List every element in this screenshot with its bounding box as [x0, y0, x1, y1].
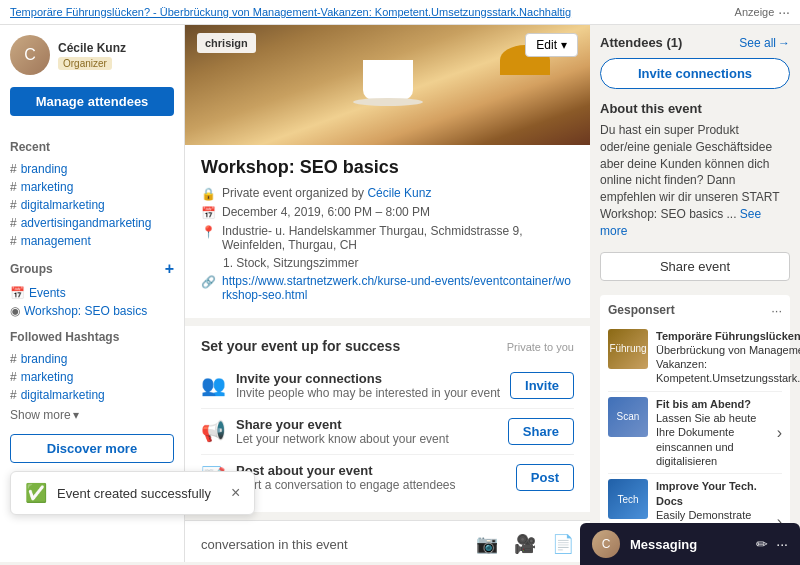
- event-url-link[interactable]: https://www.startnetzwerk.ch/kurse-und-e…: [222, 274, 574, 302]
- sponsored-item-1[interactable]: Scan Fit bis am Abend? Lassen Sie ab heu…: [608, 392, 782, 474]
- invite-button[interactable]: Invite: [510, 372, 574, 399]
- sponsored-text-1: Fit bis am Abend? Lassen Sie ab heute Ih…: [656, 397, 769, 468]
- share-title: Share your event: [236, 417, 449, 432]
- groups-title-label: Groups: [10, 262, 53, 276]
- sidebar-item-marketing[interactable]: #marketing: [10, 178, 174, 196]
- lock-icon: 🔒: [201, 187, 216, 201]
- toast-close-button[interactable]: ×: [231, 484, 240, 502]
- sponsored-section: Gesponsert ··· Führung Temporäre Führung…: [600, 295, 790, 562]
- workshop-icon: ◉: [10, 304, 20, 318]
- manage-attendees-button[interactable]: Manage attendees: [10, 87, 174, 116]
- recent-title: Recent: [10, 140, 174, 154]
- event-title: Workshop: SEO basics: [201, 157, 574, 178]
- post-button[interactable]: Post: [516, 464, 574, 491]
- share-icon: 📢: [201, 419, 226, 443]
- event-organizer: 🔒 Private event organized by Cécile Kunz: [201, 186, 574, 201]
- attendees-title: Attendees (1): [600, 35, 682, 50]
- brand-logo: chrisign: [197, 33, 256, 53]
- date-text: December 4, 2019, 6:00 PM – 8:00 PM: [222, 205, 430, 219]
- share-button[interactable]: Share: [508, 418, 574, 445]
- edit-button[interactable]: Edit ▾: [525, 33, 578, 57]
- sponsored-more-icon[interactable]: ···: [771, 303, 782, 318]
- organizer-name-link[interactable]: Cécile Kunz: [367, 186, 431, 200]
- event-card: chrisign Edit ▾ Workshop: SEO basics 🔒 P…: [185, 25, 590, 318]
- floor-text: 1. Stock, Sitzungszimmer: [223, 256, 358, 270]
- invite-desc: Invite people who may be interested in y…: [236, 386, 500, 400]
- sponsored-item-0[interactable]: Führung Temporäre Führungslücken? Überbr…: [608, 324, 782, 392]
- calendar-icon: 📅: [201, 206, 216, 220]
- success-subtitle: Private to you: [507, 341, 574, 353]
- post-title: Post about your event: [236, 463, 456, 478]
- cup-decoration: [363, 60, 413, 100]
- invite-connections-button[interactable]: Invite connections: [600, 58, 790, 89]
- about-text: Du hast ein super Produkt oder/eine geni…: [600, 122, 790, 240]
- about-title: About this event: [600, 101, 790, 116]
- photo-icon[interactable]: 📷: [476, 533, 498, 555]
- sidebar-item-digitalmarketing[interactable]: #digitalmarketing: [10, 196, 174, 214]
- toast-text: Event created successfully: [57, 486, 211, 501]
- event-details: Workshop: SEO basics 🔒 Private event org…: [185, 145, 590, 318]
- messaging-more-icon[interactable]: ···: [776, 536, 788, 552]
- ad-label: Anzeige: [735, 6, 775, 18]
- see-all-button[interactable]: See all →: [739, 36, 790, 50]
- post-desc: Start a conversation to engage attendees: [236, 478, 456, 492]
- link-icon: 🔗: [201, 275, 216, 289]
- sponsored-img-2: Tech: [608, 479, 648, 519]
- event-location: 📍 Industrie- u. Handelskammer Thurgau, S…: [201, 224, 574, 252]
- organizer-prefix: Private event organized by: [222, 186, 364, 200]
- sidebar-item-advertising[interactable]: #advertisingandmarketing: [10, 214, 174, 232]
- ad-banner: Temporäre Führungslücken? - Überbrückung…: [0, 0, 800, 25]
- avatar: C: [10, 35, 50, 75]
- ad-more-icon[interactable]: ···: [778, 4, 790, 20]
- show-more-label: Show more: [10, 408, 71, 422]
- sidebar-workshop-item[interactable]: ◉ Workshop: SEO basics: [10, 302, 174, 320]
- event-image: chrisign Edit ▾: [185, 25, 590, 145]
- event-url: 🔗 https://www.startnetzwerk.ch/kurse-und…: [201, 274, 574, 302]
- document-icon[interactable]: 📄: [552, 533, 574, 555]
- groups-section: Groups +: [10, 260, 174, 278]
- followed-marketing[interactable]: #marketing: [10, 368, 174, 386]
- followed-branding[interactable]: #branding: [10, 350, 174, 368]
- profile-name: Cécile Kunz: [58, 41, 174, 55]
- right-sidebar: Attendees (1) See all → Invite connectio…: [590, 25, 800, 562]
- video-icon[interactable]: 🎥: [514, 533, 536, 555]
- sidebar-item-branding[interactable]: #branding: [10, 160, 174, 178]
- success-title: Set your event up for success: [201, 338, 400, 354]
- conversation-bar: conversation in this event 📷 🎥 📄: [185, 520, 590, 562]
- location-icon: 📍: [201, 225, 216, 239]
- followed-hashtags-title: Followed Hashtags: [10, 330, 174, 344]
- toast-success-icon: ✅: [25, 482, 47, 504]
- messaging-bar[interactable]: C Messaging ✏ ···: [580, 523, 800, 565]
- events-label: Events: [29, 286, 66, 300]
- discover-more-button[interactable]: Discover more: [10, 434, 174, 463]
- sidebar-events-item[interactable]: 📅 Events: [10, 284, 174, 302]
- sidebar-item-management[interactable]: #management: [10, 232, 174, 250]
- sponsored-header: Gesponsert ···: [608, 303, 782, 318]
- messaging-label: Messaging: [630, 537, 746, 552]
- about-section: About this event Du hast ein super Produ…: [600, 101, 790, 240]
- attendees-header: Attendees (1) See all →: [600, 35, 790, 50]
- event-date: 📅 December 4, 2019, 6:00 PM – 8:00 PM: [201, 205, 574, 220]
- edit-label: Edit: [536, 38, 557, 52]
- share-desc: Let your network know about your event: [236, 432, 449, 446]
- conversation-text: conversation in this event: [201, 537, 460, 552]
- profile-section: C Cécile Kunz Organizer: [10, 35, 174, 75]
- toast-notification: ✅ Event created successfully ×: [10, 471, 255, 515]
- show-more-button[interactable]: Show more ▾: [10, 408, 174, 422]
- saucer-decoration: [353, 98, 423, 106]
- sponsored-arrow-1: ›: [777, 424, 782, 442]
- success-share-item: 📢 Share your event Let your network know…: [201, 409, 574, 455]
- sponsored-title: Gesponsert: [608, 303, 675, 317]
- sponsored-img-0: Führung: [608, 329, 648, 369]
- ad-link[interactable]: Temporäre Führungslücken? - Überbrückung…: [10, 6, 571, 18]
- sponsored-text-0: Temporäre Führungslücken? Überbrückung v…: [656, 329, 800, 386]
- see-all-label: See all: [739, 36, 776, 50]
- add-group-button[interactable]: +: [165, 260, 174, 278]
- share-event-button[interactable]: Share event: [600, 252, 790, 281]
- followed-digital[interactable]: #digitalmarketing: [10, 386, 174, 404]
- events-icon: 📅: [10, 286, 25, 300]
- profile-info: Cécile Kunz Organizer: [58, 41, 174, 70]
- messaging-compose-icon[interactable]: ✏: [756, 536, 768, 552]
- invite-title: Invite your connections: [236, 371, 500, 386]
- location-text: Industrie- u. Handelskammer Thurgau, Sch…: [222, 224, 574, 252]
